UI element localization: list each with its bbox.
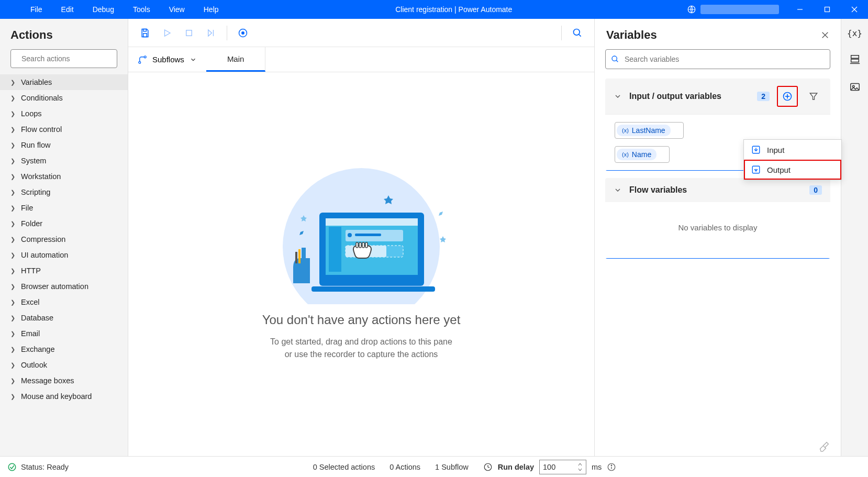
- flow-variables-count: 0: [809, 185, 822, 195]
- run-button[interactable]: [158, 24, 176, 42]
- toolbar: [128, 19, 594, 47]
- chevron-right-icon: ❯: [10, 299, 16, 306]
- svg-rect-47: [851, 56, 859, 59]
- chevron-down-icon[interactable]: [614, 92, 622, 101]
- search-actions[interactable]: [10, 49, 117, 68]
- actions-list[interactable]: ❯Variables❯Conditionals❯Loops❯Flow contr…: [0, 74, 128, 456]
- chevron-right-icon: ❯: [10, 126, 16, 133]
- chevron-right-icon: ❯: [10, 142, 16, 149]
- clear-variables-button[interactable]: [819, 441, 829, 452]
- menu-view[interactable]: View: [160, 5, 194, 14]
- search-actions-input[interactable]: [21, 54, 113, 63]
- window-title: Client registration | Power Automate: [228, 5, 680, 14]
- action-category[interactable]: ❯Exchange: [0, 341, 128, 357]
- action-category[interactable]: ❯Mouse and keyboard: [0, 389, 128, 404]
- action-category[interactable]: ❯System: [0, 153, 128, 169]
- svg-line-16: [579, 34, 581, 36]
- statusbar: Status: Ready 0 Selected actions 0 Actio…: [0, 456, 868, 477]
- action-category[interactable]: ❯Flow control: [0, 121, 128, 137]
- stop-button[interactable]: [180, 24, 198, 42]
- rail-ui-elements-icon[interactable]: [849, 54, 861, 65]
- action-category[interactable]: ❯Outlook: [0, 357, 128, 373]
- status-text: Status: Ready: [21, 463, 69, 471]
- action-category[interactable]: ❯Excel: [0, 294, 128, 310]
- action-category[interactable]: ❯Run flow: [0, 137, 128, 153]
- selected-actions-count: 0 Selected actions: [313, 463, 375, 471]
- action-category[interactable]: ❯Folder: [0, 216, 128, 231]
- recorder-button[interactable]: [233, 24, 252, 42]
- add-variable-button[interactable]: [779, 88, 796, 105]
- save-button[interactable]: [136, 24, 154, 42]
- action-category[interactable]: ❯Scripting: [0, 184, 128, 200]
- action-category[interactable]: ❯Database: [0, 310, 128, 326]
- action-category[interactable]: ❯Email: [0, 326, 128, 341]
- tab-main[interactable]: Main: [206, 47, 266, 72]
- info-icon[interactable]: [607, 462, 616, 472]
- menu-help[interactable]: Help: [194, 5, 228, 14]
- right-rail: {x}: [841, 19, 868, 456]
- close-variables-button[interactable]: [821, 31, 829, 39]
- actions-panel: Actions ❯Variables❯Conditionals❯Loops❯Fl…: [0, 19, 128, 456]
- filter-variables-button[interactable]: [805, 88, 822, 105]
- action-category[interactable]: ❯File: [0, 200, 128, 216]
- empty-description: To get started, drag and drop actions to…: [270, 336, 452, 361]
- chevron-right-icon: ❯: [10, 393, 16, 400]
- action-category[interactable]: ❯Workstation: [0, 169, 128, 184]
- variables-panel: Variables Input / output variables 2: [595, 19, 841, 456]
- chevron-right-icon: ❯: [10, 220, 16, 227]
- action-category[interactable]: ❯Variables: [0, 74, 128, 90]
- menu-edit[interactable]: Edit: [52, 5, 83, 14]
- search-variables[interactable]: [605, 49, 830, 69]
- spinner-icon[interactable]: [577, 462, 583, 472]
- svg-rect-31: [359, 242, 361, 248]
- menu-tools[interactable]: Tools: [124, 5, 160, 14]
- chevron-right-icon: ❯: [10, 362, 16, 369]
- step-button[interactable]: [202, 24, 220, 42]
- svg-point-15: [574, 29, 580, 35]
- chevron-right-icon: ❯: [10, 346, 16, 353]
- add-output-variable[interactable]: Output: [744, 160, 841, 180]
- variable-name: Name: [632, 150, 651, 159]
- menu-debug[interactable]: Debug: [83, 5, 124, 14]
- action-category[interactable]: ❯Browser automation: [0, 279, 128, 294]
- variable-name: LastName: [632, 126, 665, 135]
- chevron-right-icon: ❯: [10, 95, 16, 102]
- input-icon: [751, 145, 761, 154]
- subflows-label: Subflows: [152, 55, 184, 64]
- action-category[interactable]: ❯Conditionals: [0, 90, 128, 106]
- add-input-variable[interactable]: Input: [744, 140, 841, 160]
- variables-header: Variables: [606, 28, 821, 42]
- subflow-bar: Subflows Main: [128, 47, 594, 72]
- action-category[interactable]: ❯UI automation: [0, 247, 128, 263]
- run-delay-input[interactable]: 100: [539, 460, 586, 474]
- environment-badge[interactable]: [680, 5, 786, 14]
- svg-rect-48: [851, 59, 859, 62]
- chevron-right-icon: ❯: [10, 173, 16, 180]
- rail-images-icon[interactable]: [849, 81, 861, 93]
- svg-rect-22: [326, 218, 418, 226]
- clock-icon: [483, 462, 493, 472]
- svg-point-56: [611, 464, 613, 465]
- chevron-right-icon: ❯: [10, 330, 16, 337]
- svg-rect-10: [186, 30, 192, 36]
- flow-variables-empty: No variables to display: [605, 202, 830, 258]
- subflows-dropdown[interactable]: Subflows: [128, 47, 206, 72]
- svg-line-40: [616, 60, 618, 62]
- run-delay-label: Run delay: [498, 463, 534, 471]
- action-category[interactable]: ❯HTTP: [0, 263, 128, 279]
- search-variables-input[interactable]: [625, 55, 825, 63]
- variable-row[interactable]: (x)LastName: [615, 122, 821, 139]
- chevron-right-icon: ❯: [10, 205, 16, 212]
- maximize-button[interactable]: [814, 0, 841, 19]
- chevron-down-icon[interactable]: [614, 186, 622, 194]
- empty-illustration: [267, 168, 455, 304]
- canvas-search-button[interactable]: [568, 24, 587, 42]
- io-variables-label: Input / output variables: [629, 92, 750, 101]
- action-category[interactable]: ❯Compression: [0, 231, 128, 247]
- action-category[interactable]: ❯Message boxes: [0, 373, 128, 389]
- minimize-button[interactable]: [786, 0, 814, 19]
- close-button[interactable]: [841, 0, 868, 19]
- action-category[interactable]: ❯Loops: [0, 106, 128, 121]
- rail-variables-icon[interactable]: {x}: [847, 28, 862, 38]
- menu-file[interactable]: File: [21, 5, 52, 14]
